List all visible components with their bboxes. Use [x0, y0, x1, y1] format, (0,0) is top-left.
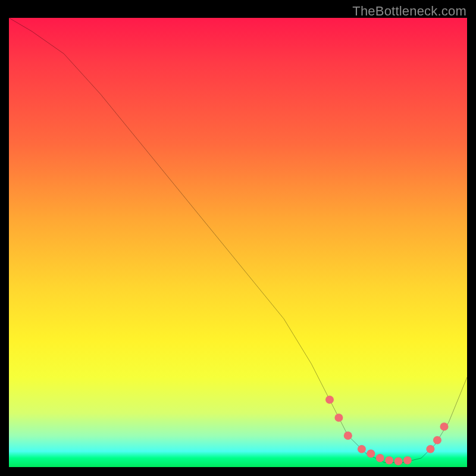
- marker-dot: [325, 396, 334, 404]
- marker-dot: [367, 450, 375, 458]
- attribution-text: TheBottleneck.com: [352, 4, 466, 19]
- marker-dot: [433, 436, 441, 444]
- chart-overlay: [9, 18, 467, 467]
- marker-dot: [385, 456, 393, 465]
- marker-dot: [426, 445, 434, 453]
- chart-frame: TheBottleneck.com: [0, 0, 476, 476]
- marker-dot: [440, 422, 449, 431]
- marker-dot: [334, 414, 343, 422]
- marker-dot: [344, 431, 352, 440]
- bottleneck-curve: [9, 18, 467, 462]
- plot-area: [9, 18, 467, 467]
- marker-dot: [403, 456, 412, 465]
- marker-dot: [394, 457, 403, 465]
- marker-dot: [358, 445, 366, 453]
- marker-dot: [376, 454, 384, 462]
- highlight-markers: [325, 396, 448, 465]
